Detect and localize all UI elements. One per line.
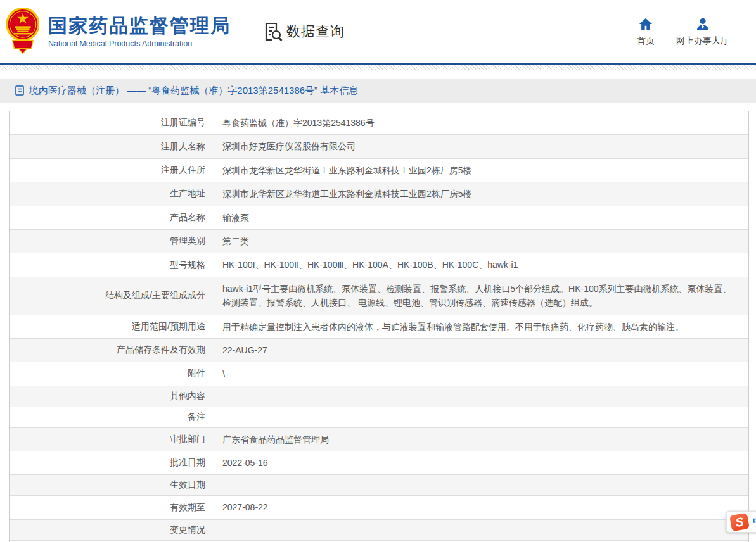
row-value: 第二类 [214,230,748,253]
spacer [0,103,756,111]
row-value [214,386,748,406]
row-value: 2027-08-22 [214,496,748,519]
row-value: 22-AUG-27 [214,339,748,362]
row-label: 批准日期 [10,451,214,474]
row-value: HK-100Ⅰ、HK-100Ⅱ、HK-100Ⅲ、HK-100A、HK-100B、… [214,253,748,276]
table-row: 注册证编号 粤食药监械（准）字2013第2541386号 [10,111,748,134]
table-row: 有效期至 2027-08-22 [10,495,748,519]
row-label: 适用范围/预期用途 [10,315,214,338]
table-row: 附件 \ [10,362,748,385]
data-query-label: 数据查询 [286,22,345,41]
row-label: 审批部门 [10,428,214,451]
row-label: 附件 [10,362,214,385]
table-row: 产品储存条件及有效期 22-AUG-27 [10,338,748,362]
table-row: 注册人住所 深圳市龙华新区龙华街道工业东路利金城科技工业园2栋厂房5楼 [10,158,748,182]
nav-item-home[interactable]: 首页 [637,17,655,47]
row-label: 型号规格 [10,253,214,276]
row-value: 2022-05-16 [214,451,748,474]
row-value: 输液泵 [214,206,748,229]
top-nav: 首页 网上办事大厅 [637,17,729,47]
table-row: 适用范围/预期用途 用于精确定量控制注入患者体内的液体，与贮液装置和输液管路配套… [10,315,748,338]
row-label: 结构及组成/主要组成成分 [10,277,214,315]
org-title-en: National Medical Products Administration [48,39,231,48]
row-value [214,475,748,495]
row-label: 生效日期 [10,475,214,495]
table-row: 结构及组成/主要组成成分 hawk-i1型号主要由微机系统、泵体装置、检测装置、… [10,277,748,315]
nav-item-service-hall[interactable]: 网上办事大厅 [676,17,729,47]
row-value: 广东省食品药品监督管理局 [214,428,748,451]
table-row: 审批部门 广东省食品药品监督管理局 [10,427,748,451]
table-row: 生效日期 [10,474,748,495]
row-label: 变更情况 [10,520,214,540]
row-label: 其他内容 [10,386,214,406]
registration-info-table: 注册证编号 粤食药监械（准）字2013第2541386号 注册人名称 深圳市好克… [9,111,749,542]
table-row: 型号规格 HK-100Ⅰ、HK-100Ⅱ、HK-100Ⅲ、HK-100A、HK-… [10,253,748,276]
home-icon [639,17,653,31]
nav-item-label: 首页 [637,35,655,47]
table-row: 管理类别 第二类 [10,229,748,253]
table-row: 其他内容 [10,386,748,406]
row-label: 备注 [10,407,214,427]
national-emblem-icon [6,8,39,56]
row-value: hawk-i1型号主要由微机系统、泵体装置、检测装置、报警系统、人机接口5个部分… [214,277,748,315]
table-row: 产品名称 输液泵 [10,206,748,229]
spacer [0,70,756,79]
row-label: 有效期至 [10,496,214,519]
table-row: 生产地址 深圳市龙华新区龙华街道工业东路利金城科技工业园2栋厂房5楼 [10,182,748,205]
row-value: 深圳市龙华新区龙华街道工业东路利金城科技工业园2栋厂房5楼 [214,182,748,205]
row-value [214,407,748,427]
breadcrumb: 境内医疗器械（注册） —— “粤食药监械（准）字2013第2541386号” 基… [0,79,756,103]
row-value [214,520,748,540]
table-row: 注册人名称 深圳市好克医疗仪器股份有限公司 [10,134,748,158]
ime-status-widget[interactable]: S 中 [726,511,756,533]
ime-logo-icon: S [729,512,750,531]
row-value: 深圳市龙华新区龙华街道工业东路利金城科技工业园2栋厂房5楼 [214,159,748,182]
row-value: 深圳市好克医疗仪器股份有限公司 [214,135,748,158]
row-label: 注册证编号 [10,111,214,134]
row-label: 管理类别 [10,230,214,253]
table-row: 变更情况 [10,519,748,540]
row-label: 产品储存条件及有效期 [10,339,214,362]
nav-item-label: 网上办事大厅 [676,35,729,47]
org-title-zh: 国家药品监督管理局 [48,15,231,36]
user-icon [696,17,710,31]
document-icon [15,85,24,96]
table-row: 备注 [10,406,748,427]
data-query-tab[interactable]: 数据查询 [264,22,345,42]
nmpa-logo: 国家药品监督管理局 National Medical Products Admi… [6,8,231,56]
row-label: 产品名称 [10,206,214,229]
row-value: 用于精确定量控制注入患者体内的液体，与贮液装置和输液管路配套使用。不用于镇痛药、… [214,315,748,338]
hatch-band [0,65,756,70]
page-title: 境内医疗器械（注册） —— “粤食药监械（准）字2013第2541386号” 基… [29,85,358,97]
row-label: 注册人名称 [10,135,214,158]
page-header: 国家药品监督管理局 National Medical Products Admi… [0,0,756,63]
row-value: 粤食药监械（准）字2013第2541386号 [214,111,748,134]
ime-lang-indicator: 中 [753,515,756,529]
row-value: \ [214,362,748,385]
row-label: 生产地址 [10,182,214,205]
row-label: 注册人住所 [10,159,214,182]
data-query-icon [264,22,283,42]
table-row: 批准日期 2022-05-16 [10,451,748,474]
